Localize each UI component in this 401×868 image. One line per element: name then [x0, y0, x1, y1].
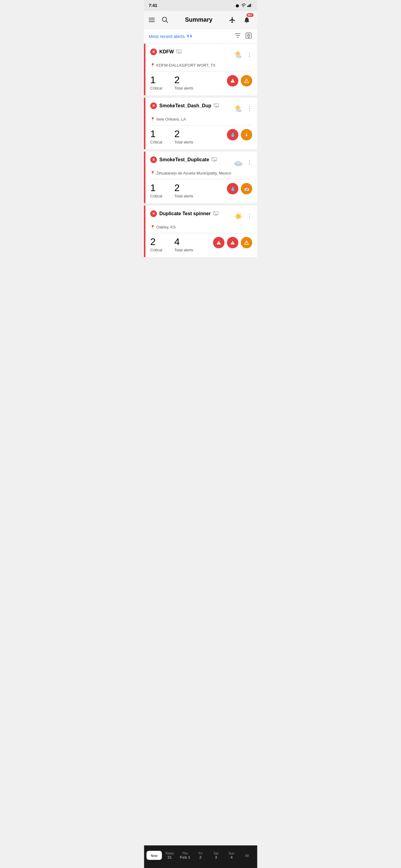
total-label: Total alerts: [174, 140, 193, 144]
device-icon: [176, 50, 182, 55]
location-text: Oakley, KS: [156, 225, 176, 229]
total-count: 2: [174, 75, 193, 85]
alert-header-right: ⋮: [232, 49, 252, 61]
wifi-icon: [241, 3, 246, 8]
badge-warning-1: [241, 75, 252, 87]
svg-rect-27: [247, 80, 247, 82]
total-count: 2: [174, 129, 193, 138]
location-pin-icon: 📍: [150, 171, 155, 176]
alert-dismiss-button[interactable]: ✕: [150, 210, 157, 217]
alert-card[interactable]: ✕ Duplicate Test spinner: [144, 206, 257, 257]
status-icons: ⬤: [236, 3, 252, 8]
svg-rect-62: [219, 242, 219, 243]
alert-header: ✕ SmokeTest_Dash_Dup: [150, 102, 252, 115]
svg-rect-25: [233, 80, 233, 82]
device-icon: [213, 211, 219, 216]
svg-point-65: [232, 244, 233, 244]
weather-icon: [232, 156, 245, 168]
alert-location: 📍 Oakley, KS: [150, 225, 252, 229]
svg-point-9: [236, 33, 237, 34]
more-options-button[interactable]: ⋮: [247, 105, 252, 112]
badge-temp: 🌡: [241, 129, 252, 141]
status-time: 7:41: [149, 3, 157, 8]
badge-alert: [241, 237, 252, 248]
menu-icon[interactable]: [149, 18, 155, 22]
total-count: 4: [174, 237, 193, 247]
alert-name: SmokeTest_Duplicate: [159, 157, 209, 162]
alert-name: KDFW: [159, 49, 174, 55]
sort-filter-button[interactable]: [234, 32, 241, 40]
critical-label: Critical: [150, 140, 162, 144]
notifications-button[interactable]: 99+: [241, 14, 252, 25]
alert-stats: 1 Critical 2 Total alerts 💧 🌡: [150, 129, 252, 144]
filter-action-icons: [234, 32, 252, 40]
badge-drop: 💧: [227, 183, 238, 194]
more-options-button[interactable]: ⋮: [247, 51, 252, 58]
critical-stat: 2 Critical: [150, 237, 162, 252]
badge-critical-1: [227, 75, 238, 87]
svg-point-48: [236, 161, 241, 164]
alert-title-row: ✕ KDFW: [150, 49, 232, 55]
svg-point-10: [239, 35, 239, 36]
critical-stat: 1 Critical: [150, 75, 162, 90]
more-options-button[interactable]: ⋮: [247, 159, 252, 166]
svg-point-40: [239, 110, 242, 112]
badge-drop: 💧: [227, 129, 238, 141]
location-text: New Orleans, LA: [156, 117, 186, 121]
badge-calendar: 📅: [241, 183, 252, 194]
weather-icon: [232, 49, 245, 61]
total-stat: 2 Total alerts: [174, 129, 193, 144]
search-button[interactable]: [160, 14, 170, 25]
svg-line-60: [236, 218, 236, 219]
status-bar: 7:41 ⬤: [144, 0, 257, 11]
critical-stat: 1 Critical: [150, 129, 162, 144]
airplane-mode-button[interactable]: [227, 14, 238, 25]
filter-label[interactable]: Most recent alerts ⬆⬇: [149, 34, 193, 39]
critical-stat: 1 Critical: [150, 183, 162, 198]
svg-point-28: [246, 82, 247, 82]
alert-header: ✕ KDFW: [150, 49, 252, 61]
alert-dismiss-button[interactable]: ✕: [150, 156, 157, 163]
svg-line-61: [240, 218, 241, 219]
total-label: Total alerts: [174, 248, 193, 252]
weather-icon: [232, 210, 245, 222]
total-stat: 4 Total alerts: [174, 237, 193, 252]
alert-title-row: ✕ Duplicate Test spinner: [150, 210, 232, 217]
alert-card[interactable]: ✕ SmokeTest_Duplicate: [144, 152, 257, 203]
total-label: Total alerts: [174, 194, 193, 198]
svg-point-53: [236, 214, 241, 219]
more-options-button[interactable]: ⋮: [247, 213, 252, 220]
app-header: Summary 99+: [144, 11, 257, 29]
alert-badges: [227, 75, 252, 87]
svg-line-59: [240, 214, 241, 215]
svg-point-12: [248, 35, 249, 36]
total-stat: 2 Total alerts: [174, 75, 193, 90]
alert-location: 📍 Zihuatanejo de Azueta Municipality, Me…: [150, 171, 252, 176]
notification-count: 99+: [247, 13, 254, 17]
critical-count: 2: [150, 237, 162, 247]
alert-stats: 1 Critical 2 Total alerts: [150, 75, 252, 90]
alert-location: 📍 New Orleans, LA: [150, 117, 252, 121]
total-count: 2: [174, 183, 193, 193]
alert-card[interactable]: ✕ SmokeTest_Dash_Dup: [144, 98, 257, 149]
svg-rect-3: [251, 3, 252, 7]
critical-count: 1: [150, 129, 162, 138]
device-icon: [213, 103, 219, 108]
dot-icon: ⬤: [236, 4, 239, 7]
svg-rect-2: [250, 4, 251, 7]
alert-header-right: ⋮: [232, 210, 252, 222]
alert-card[interactable]: ✕ KDFW: [144, 44, 257, 95]
critical-count: 1: [150, 75, 162, 85]
header-left: [149, 14, 170, 25]
svg-point-63: [219, 244, 219, 244]
alert-dismiss-button[interactable]: ✕: [150, 102, 157, 109]
location-text: KDFW-DALLAS/FORT WORT, TX: [156, 63, 216, 67]
svg-line-5: [166, 21, 168, 23]
location-filter-button[interactable]: [245, 32, 252, 40]
alert-dismiss-button[interactable]: ✕: [150, 49, 157, 55]
alert-name: SmokeTest_Dash_Dup: [159, 103, 211, 108]
critical-label: Critical: [150, 248, 162, 252]
total-label: Total alerts: [174, 86, 193, 90]
alert-header-right: ⋮: [232, 156, 252, 168]
svg-point-24: [239, 56, 242, 58]
